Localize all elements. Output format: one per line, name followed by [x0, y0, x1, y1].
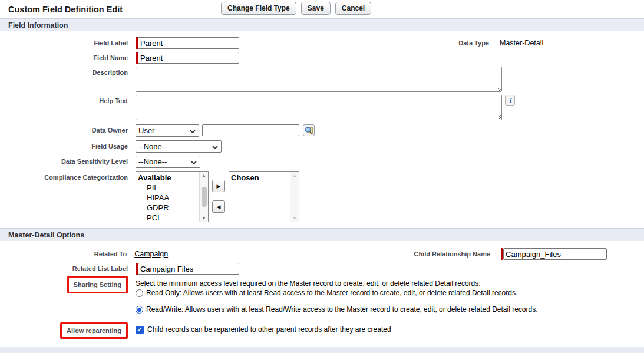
list-item[interactable]: GDPR — [138, 203, 199, 213]
save-button[interactable]: Save — [301, 2, 331, 15]
left-arrow-icon: ◀ — [217, 204, 221, 210]
compliance-chosen-listbox[interactable]: Chosen ▲ ▼ — [229, 171, 299, 222]
chevron-down-icon — [191, 157, 197, 166]
change-field-type-button[interactable]: Change Field Type — [221, 2, 296, 15]
description-textarea[interactable] — [136, 67, 502, 92]
field-label-input[interactable] — [138, 37, 239, 49]
section-header-master-detail-options: Master-Detail Options — [0, 228, 644, 241]
field-name-label: Field Name — [0, 52, 136, 61]
footer-bar — [0, 347, 644, 353]
scrollbar-thumb[interactable] — [202, 187, 207, 207]
field-usage-select[interactable]: --None-- — [136, 140, 222, 153]
scroll-down-icon: ▼ — [293, 216, 297, 220]
data-owner-type-select[interactable]: User — [136, 124, 199, 137]
field-label-label: Field Label — [0, 37, 136, 47]
field-usage-selected-value: --None-- — [138, 142, 167, 151]
scroll-up-icon[interactable]: ▲ — [202, 173, 206, 177]
section-header-field-information: Field Information — [0, 18, 644, 31]
right-arrow-icon: ▶ — [217, 183, 221, 189]
field-usage-label: Field Usage — [0, 140, 136, 150]
read-write-radio-label: Read/Write: Allows users with at least R… — [146, 305, 538, 314]
field-name-input[interactable] — [138, 52, 239, 64]
data-owner-selected-value: User — [138, 126, 154, 135]
chosen-listbox-header: Chosen — [231, 173, 290, 183]
help-info-icon[interactable]: i — [505, 95, 515, 106]
data-sensitivity-label: Data Sensitivity Level — [0, 156, 136, 165]
move-right-button[interactable]: ▶ — [212, 180, 225, 192]
sharing-setting-label: Sharing Setting — [74, 281, 121, 288]
related-list-label-label: Related List Label — [0, 263, 136, 272]
compliance-available-listbox[interactable]: Available PII HIPAA GDPR PCI ▲ ▼ — [136, 171, 209, 222]
allow-reparenting-checkbox[interactable]: ✓ — [136, 326, 144, 334]
check-icon: ✓ — [137, 326, 142, 334]
data-owner-search-input[interactable] — [202, 124, 299, 136]
sharing-setting-annotation-box: Sharing Setting — [67, 276, 128, 293]
description-label: Description — [0, 67, 136, 76]
data-type-value: Master-Detail — [500, 37, 644, 47]
master-detail-section: Related To Campaign Child Relationship N… — [0, 241, 644, 339]
chevron-down-icon — [212, 142, 218, 151]
chosen-scrollbar[interactable]: ▲ ▼ — [290, 172, 299, 222]
related-to-link[interactable]: Campaign — [134, 250, 168, 258]
data-owner-label: Data Owner — [0, 124, 136, 134]
child-relationship-name-input[interactable] — [503, 248, 607, 260]
list-item[interactable]: PCI — [138, 213, 199, 222]
help-text-label: Help Text — [0, 95, 136, 104]
read-only-radio[interactable] — [136, 289, 143, 297]
data-sensitivity-selected-value: --None-- — [138, 157, 167, 166]
scroll-down-icon[interactable]: ▼ — [202, 216, 206, 220]
allow-reparenting-annotation-box: Allow reparenting — [60, 322, 128, 339]
data-type-label: Data Type — [408, 37, 500, 47]
read-only-radio-label: Read Only: Allows users with at least Re… — [146, 289, 517, 298]
sharing-setting-intro: Select the minimum access level required… — [136, 279, 644, 288]
allow-reparenting-label: Allow reparenting — [67, 327, 121, 334]
child-relationship-name-label: Child Relationship Name — [407, 248, 501, 258]
scroll-up-icon: ▲ — [293, 173, 297, 177]
list-item[interactable]: PII — [138, 183, 199, 193]
field-information-section: Field Label Data Type Master-Detail Fiel… — [0, 31, 644, 222]
chevron-down-icon — [190, 126, 196, 135]
page-title: Custom Field Definition Edit — [8, 5, 123, 14]
lookup-magnifier-icon[interactable] — [303, 124, 315, 136]
available-listbox-header: Available — [138, 173, 199, 183]
toolbar: Change Field Type Save Cancel — [221, 2, 371, 15]
cancel-button[interactable]: Cancel — [335, 2, 371, 15]
move-left-button[interactable]: ◀ — [212, 200, 225, 213]
page-header: Custom Field Definition Edit Change Fiel… — [0, 0, 644, 18]
compliance-categorization-label: Compliance Categorization — [0, 171, 136, 181]
related-list-label-input[interactable] — [138, 263, 239, 275]
list-item[interactable]: HIPAA — [138, 193, 199, 203]
related-to-label: Related To — [0, 248, 134, 258]
available-scrollbar[interactable]: ▲ ▼ — [199, 172, 208, 222]
help-text-textarea[interactable] — [136, 95, 502, 120]
allow-reparenting-checkbox-label: Child records can be reparented to other… — [147, 325, 391, 334]
data-sensitivity-select[interactable]: --None-- — [136, 156, 200, 168]
read-write-radio[interactable] — [136, 306, 143, 314]
